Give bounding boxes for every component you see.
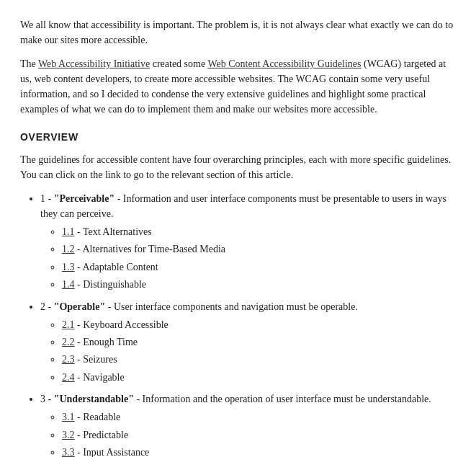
intro-para-1: We all know that accessibility is import…: [20, 17, 456, 48]
intro-para-2: The Web Accessibility Initiative created…: [20, 56, 456, 117]
overview-heading: OVERVIEW: [20, 130, 456, 145]
sub-item-3-1: 3.1 - Readable: [62, 409, 456, 425]
sub-list-2: 2.1 - Keyboard Accessible2.2 - Enough Ti…: [40, 317, 456, 386]
intro-block: We all know that accessibility is import…: [20, 17, 456, 117]
principle-item-2: 2 - "Operable" - User interface componen…: [40, 299, 456, 386]
wcag-link[interactable]: Web Content Accessibility Guidelines: [207, 58, 361, 69]
sub-item-1-4: 1.4 - Distinguishable: [62, 277, 456, 293]
sub-link-2-4[interactable]: 2.4: [62, 372, 75, 383]
wai-link[interactable]: Web Accessibility Initiative: [38, 58, 150, 69]
sub-link-3-1[interactable]: 3.1: [62, 412, 75, 422]
principle-item-1: 1 - "Perceivable" - Information and user…: [40, 191, 456, 293]
sub-label-3-1: - Readable: [75, 412, 121, 422]
sub-link-1-1[interactable]: 1.1: [62, 226, 75, 237]
principles-list: 1 - "Perceivable" - Information and user…: [20, 191, 456, 457]
sub-item-3-2: 3.2 - Predictable: [62, 427, 456, 443]
sub-link-1-4[interactable]: 1.4: [62, 279, 75, 290]
sub-item-2-4: 2.4 - Navigable: [62, 370, 456, 386]
principle-desc-2: - User interface components and navigati…: [105, 301, 358, 312]
sub-label-1-4: - Distinguishable: [75, 279, 147, 290]
sub-label-3-3: - Input Assistance: [75, 447, 150, 457]
principle-label-2: "Operable": [54, 301, 106, 312]
sub-list-3: 3.1 - Readable3.2 - Predictable3.3 - Inp…: [40, 409, 456, 457]
sub-label-2-2: - Enough Time: [75, 337, 138, 347]
sub-item-1-3: 1.3 - Adaptable Content: [62, 259, 456, 275]
sub-item-1-2: 1.2 - Alternatives for Time-Based Media: [62, 241, 456, 257]
sub-link-2-1[interactable]: 2.1: [62, 319, 75, 330]
sub-link-3-3[interactable]: 3.3: [62, 447, 75, 457]
intro-para2-prefix: The: [20, 58, 38, 69]
overview-intro: The guidelines for accessible content ha…: [20, 152, 456, 182]
sub-item-2-3: 2.3 - Seizures: [62, 352, 456, 368]
page-container: We all know that accessibility is import…: [0, 0, 476, 457]
principle-desc-3: - Information and the operation of user …: [134, 394, 431, 404]
sub-item-2-2: 2.2 - Enough Time: [62, 334, 456, 350]
sub-list-1: 1.1 - Text Alternatives1.2 - Alternative…: [40, 224, 456, 293]
sub-label-1-3: - Adaptable Content: [75, 262, 158, 272]
sub-label-3-2: - Predictable: [75, 430, 129, 440]
overview-section: OVERVIEW The guidelines for accessible c…: [20, 130, 456, 457]
sub-label-1-1: - Text Alternatives: [75, 226, 152, 237]
intro-para2-mid: created some: [150, 58, 207, 69]
sub-link-1-3[interactable]: 1.3: [62, 262, 75, 272]
sub-link-2-2[interactable]: 2.2: [62, 337, 75, 347]
principle-number-3: 3 -: [40, 394, 54, 404]
sub-item-3-3: 3.3 - Input Assistance: [62, 445, 456, 457]
principle-number-1: 1 -: [40, 193, 54, 204]
sub-link-1-2[interactable]: 1.2: [62, 244, 75, 254]
sub-label-2-4: - Navigable: [75, 372, 125, 383]
principle-label-1: "Perceivable": [54, 193, 114, 204]
principle-number-2: 2 -: [40, 301, 54, 312]
sub-link-3-2[interactable]: 3.2: [62, 430, 75, 440]
sub-label-1-2: - Alternatives for Time-Based Media: [75, 244, 226, 254]
sub-label-2-3: - Seizures: [75, 354, 117, 365]
principle-label-3: "Understandable": [54, 394, 134, 404]
intro-para2-abbr: (WCAG): [362, 58, 402, 69]
sub-label-2-1: - Keyboard Accessible: [75, 319, 169, 330]
sub-item-1-1: 1.1 - Text Alternatives: [62, 224, 456, 240]
principle-item-3: 3 - "Understandable" - Information and t…: [40, 391, 456, 457]
sub-item-2-1: 2.1 - Keyboard Accessible: [62, 317, 456, 333]
sub-link-2-3[interactable]: 2.3: [62, 354, 75, 365]
